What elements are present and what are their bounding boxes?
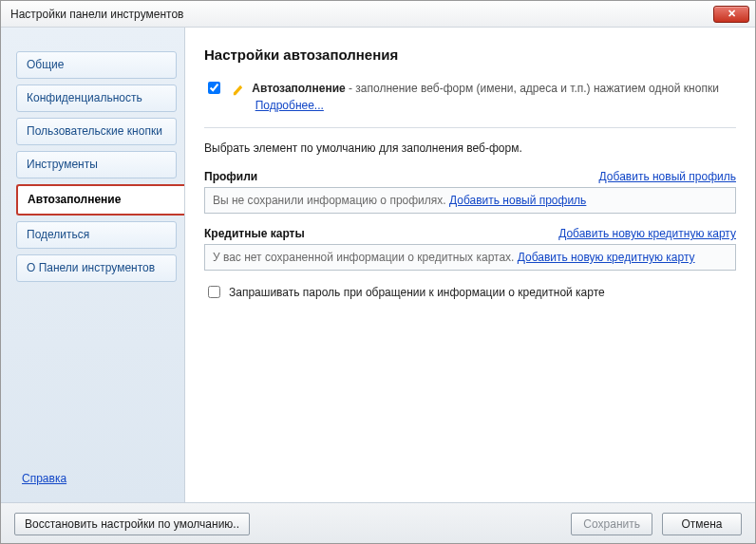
add-card-link[interactable]: Добавить новую кредитную карту bbox=[558, 227, 736, 240]
sidebar-item-label: Общие bbox=[27, 58, 64, 71]
ask-password-label: Запрашивать пароль при обращении к инфор… bbox=[229, 286, 605, 299]
sidebar-item-general[interactable]: Общие bbox=[16, 51, 177, 79]
sidebar-item-tools[interactable]: Инструменты bbox=[16, 151, 177, 178]
sidebar-item-label: О Панели инструментов bbox=[27, 261, 155, 274]
help-link[interactable]: Справка bbox=[22, 472, 184, 485]
autofill-checkbox[interactable] bbox=[208, 82, 220, 94]
learn-more-link[interactable]: Подробнее... bbox=[255, 99, 324, 112]
sidebar: Общие Конфиденциальность Пользовательски… bbox=[1, 28, 185, 502]
sidebar-item-label: Инструменты bbox=[27, 158, 98, 171]
window-title: Настройки панели инструментов bbox=[10, 8, 183, 21]
cards-label: Кредитные карты bbox=[204, 227, 305, 240]
pencil-icon bbox=[231, 81, 244, 96]
page-title: Настройки автозаполнения bbox=[204, 47, 736, 63]
titlebar: Настройки панели инструментов ✕ bbox=[1, 1, 755, 28]
ask-password-checkbox[interactable] bbox=[208, 286, 220, 298]
sidebar-item-custom-buttons[interactable]: Пользовательские кнопки bbox=[16, 118, 177, 145]
close-button[interactable]: ✕ bbox=[713, 6, 749, 23]
content-pane: Настройки автозаполнения Автозаполнение … bbox=[185, 28, 755, 502]
autofill-name: Автозаполнение bbox=[252, 82, 345, 95]
save-button[interactable]: Сохранить bbox=[571, 513, 652, 535]
sidebar-item-label: Автозаполнение bbox=[28, 193, 121, 206]
sidebar-item-label: Конфиденциальность bbox=[27, 91, 142, 104]
sidebar-item-about[interactable]: О Панели инструментов bbox=[16, 254, 177, 282]
autofill-desc-text: - заполнение веб-форм (имени, адреса и т… bbox=[346, 82, 719, 95]
close-icon: ✕ bbox=[728, 8, 736, 20]
profiles-empty-text: Вы не сохранили информацию о профилях. bbox=[213, 194, 449, 207]
autofill-description: Автозаполнение - заполнение веб-форм (им… bbox=[252, 80, 736, 114]
add-profile-link[interactable]: Добавить новый профиль bbox=[599, 170, 736, 183]
sidebar-item-autofill[interactable]: Автозаполнение bbox=[16, 184, 184, 216]
cards-empty-box: У вас нет сохраненной информации о креди… bbox=[204, 244, 736, 271]
cancel-button[interactable]: Отмена bbox=[662, 513, 742, 535]
profiles-label: Профили bbox=[204, 170, 257, 183]
footer: Восстановить настройки по умолчанию.. Со… bbox=[1, 502, 755, 544]
restore-defaults-button[interactable]: Восстановить настройки по умолчанию.. bbox=[14, 513, 250, 535]
cards-empty-text: У вас нет сохраненной информации о креди… bbox=[213, 251, 518, 264]
sidebar-item-label: Поделиться bbox=[27, 228, 89, 241]
sidebar-item-privacy[interactable]: Конфиденциальность bbox=[16, 84, 177, 112]
sidebar-item-share[interactable]: Поделиться bbox=[16, 221, 177, 249]
profiles-empty-box: Вы не сохранили информацию о профилях. Д… bbox=[204, 187, 736, 214]
default-prompt: Выбрать элемент по умолчанию для заполне… bbox=[204, 140, 736, 157]
add-profile-inline-link[interactable]: Добавить новый профиль bbox=[449, 194, 586, 207]
add-card-inline-link[interactable]: Добавить новую кредитную карту bbox=[518, 251, 695, 264]
sidebar-item-label: Пользовательские кнопки bbox=[27, 124, 162, 138]
